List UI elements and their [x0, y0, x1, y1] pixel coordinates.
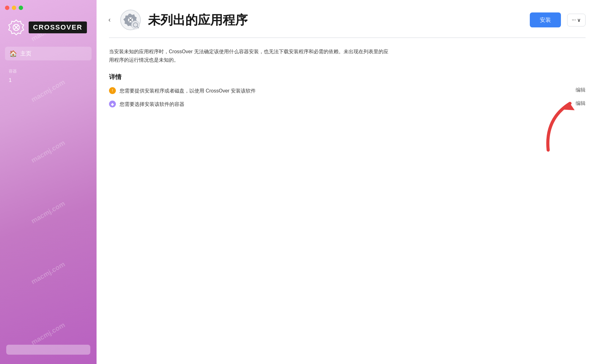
app-gear-icon: [120, 9, 141, 31]
back-button[interactable]: ‹: [106, 15, 113, 25]
install-button[interactable]: 安装: [530, 12, 561, 27]
sidebar-item-home-label: 主页: [20, 50, 31, 57]
edit-button-2[interactable]: 编辑: [569, 100, 586, 107]
watermark-5: macmj.com: [30, 260, 67, 286]
main-body: 当安装未知的应用程序时，CrossOver 无法确定该使用什么容器安装，也无法下…: [97, 38, 598, 364]
sidebar-bottom: [0, 338, 97, 364]
sidebar-item-home[interactable]: 🏠 主页: [5, 47, 92, 60]
chevron-down-icon: ∨: [577, 17, 581, 23]
watermark-4: macmj.com: [30, 199, 67, 225]
home-icon: 🏠: [9, 50, 17, 57]
description-text: 当安装未知的应用程序时，CrossOver 无法确定该使用什么容器安装，也无法下…: [109, 47, 389, 64]
sidebar-containers-label: 容器: [0, 64, 97, 75]
watermark-3: macmj.com: [30, 139, 67, 165]
detail-item-1: ! 您需要提供安装程序或者磁盘，以使用 CrossOver 安装该软件 编辑: [109, 87, 586, 95]
crossover-logo-icon: [7, 19, 25, 36]
detail-text-2: 您需要选择安装该软件的容器: [120, 100, 184, 108]
detail-item-2: ◆ 您需要选择安装该软件的容器 编辑: [109, 100, 586, 108]
main-header: ‹ 未列出的应用程序 安装 ··· ∨: [97, 0, 598, 31]
sidebar-container-item[interactable]: 1: [0, 75, 97, 85]
maximize-button[interactable]: [19, 6, 23, 10]
sidebar-logo: CROSSOVER: [0, 10, 97, 44]
more-options-button[interactable]: ··· ∨: [567, 14, 586, 26]
sidebar-nav: 🏠 主页: [0, 44, 97, 64]
sidebar: macmj.com macmj.com macmj.com macmj.com …: [0, 0, 97, 364]
more-icon: ···: [572, 17, 576, 23]
details-title: 详情: [109, 73, 586, 81]
window-controls: [0, 0, 97, 10]
close-button[interactable]: [5, 6, 9, 10]
detail-text-1: 您需要提供安装程序或者磁盘，以使用 CrossOver 安装该软件: [120, 87, 256, 95]
info-icon: ◆: [109, 101, 116, 107]
page-title: 未列出的应用程序: [148, 12, 523, 29]
app-icon: [119, 9, 142, 31]
edit-button-1[interactable]: 编辑: [569, 87, 586, 93]
sidebar-bottom-bar: [6, 345, 90, 355]
crossover-logo-text: CROSSOVER: [29, 21, 87, 33]
warning-icon: !: [109, 87, 116, 94]
main-content: ‹ 未列出的应用程序 安装 ··· ∨: [97, 0, 598, 364]
minimize-button[interactable]: [12, 6, 16, 10]
